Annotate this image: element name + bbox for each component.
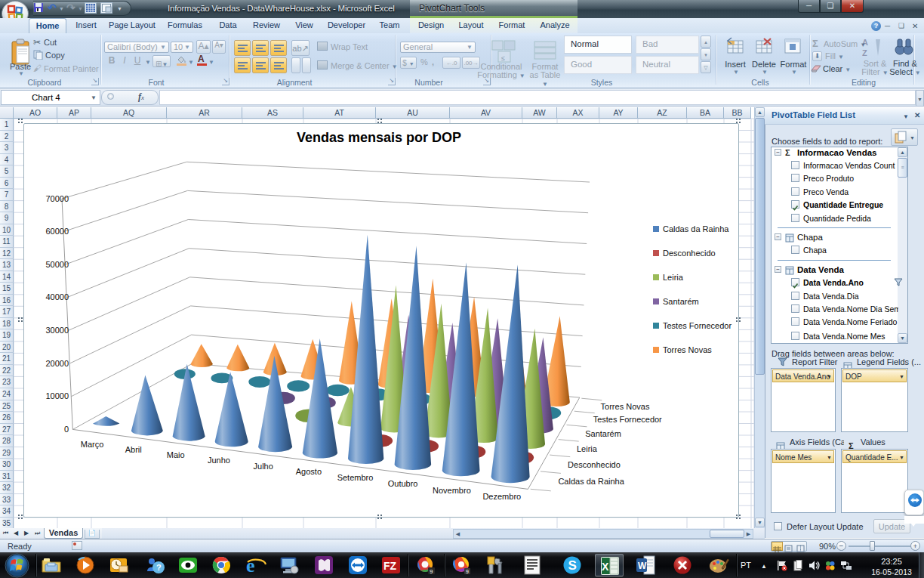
- svg-text:S: S: [568, 558, 577, 573]
- svg-text:?: ?: [156, 563, 162, 572]
- svg-text:9: 9: [466, 569, 469, 574]
- svg-text:A: A: [862, 38, 868, 47]
- svg-text:W: W: [638, 561, 647, 571]
- svg-text:9: 9: [430, 568, 433, 575]
- svg-text:FZ: FZ: [383, 560, 397, 572]
- svg-text:e: e: [246, 555, 255, 576]
- svg-text:X: X: [602, 561, 609, 573]
- svg-text:Z: Z: [862, 48, 867, 57]
- svg-text:≤: ≤: [501, 54, 505, 62]
